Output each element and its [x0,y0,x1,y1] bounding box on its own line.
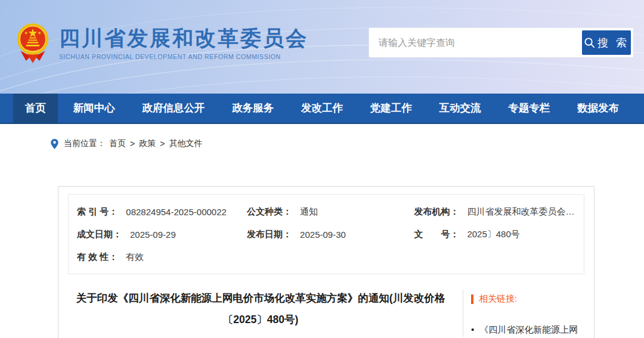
nav-item-interaction[interactable]: 互动交流 [428,94,493,123]
meta-publish-date: 发布日期： 2025-09-30 [247,229,414,240]
meta-validity: 有 效 性： 有效 [77,252,253,263]
breadcrumb-home[interactable]: 首页 [109,138,126,149]
meta-label: 发布日期： [247,229,292,240]
main-nav: 首页 新闻中心 政府信息公开 政务服务 发改工作 党建工作 互动交流 专题专栏 … [0,94,644,124]
nav-item-special-topics[interactable]: 专题专栏 [496,94,562,123]
meta-value: 2025-09-29 [130,230,176,240]
nav-item-ndrc-work[interactable]: 发改工作 [289,94,355,123]
meta-value: 有效 [126,252,144,263]
related-links-panel: 相关链接: • 《四川省深化新能源上网 [463,287,594,337]
meta-row: 有 效 性： 有效 [69,246,584,268]
related-link[interactable]: • 《四川省深化新能源上网 [471,323,588,337]
site-subtitle: SICHUAN PROVINCIAL DEVELOPMENT AND REFOR… [59,53,308,60]
meta-written-date: 成文日期： 2025-09-29 [77,229,247,240]
document-card: 索 引 号： 082824954-2025-000022 公文种类： 通知 发布… [58,186,595,338]
search-input[interactable] [369,28,582,57]
meta-value: 通知 [300,206,318,218]
meta-index-number: 索 引 号： 082824954-2025-000022 [77,206,247,218]
document-main: 关于印发《四川省深化新能源上网电价市场化改革实施方案》的通知(川发改价格〔202… [58,287,463,337]
meta-issuing-agency: 发布机构： 四川省发展和改革委员会 四川省... [414,206,575,218]
meta-doc-number: 文 号： 2025〕480号 [414,229,575,240]
site-brand[interactable]: 四川省发展和改革委员会 SICHUAN PROVINCIAL DEVELOPME… [15,21,308,66]
nav-item-news[interactable]: 新闻中心 [61,94,127,123]
meta-value: 2025〕480号 [467,229,519,240]
nav-item-services[interactable]: 政务服务 [220,94,286,123]
site-header: 四川省发展和改革委员会 SICHUAN PROVINCIAL DEVELOPME… [0,0,644,94]
document-title: 关于印发《四川省深化新能源上网电价市场化改革实施方案》的通知(川发改价格〔202… [74,287,447,330]
brand-text: 四川省发展和改革委员会 SICHUAN PROVINCIAL DEVELOPME… [59,27,308,61]
nav-item-data-release[interactable]: 数据发布 [565,94,631,123]
search-box: 搜 索 [369,28,633,57]
search-button-label: 搜 索 [597,36,629,50]
meta-label: 文 号： [414,229,459,240]
related-links-header: 相关链接: [471,293,588,305]
location-pin-icon [51,139,58,149]
document-meta-table: 索 引 号： 082824954-2025-000022 公文种类： 通知 发布… [68,194,584,274]
related-links-title: 相关链接: [479,293,517,305]
meta-label: 发布机构： [414,206,459,218]
meta-row: 索 引 号： 082824954-2025-000022 公文种类： 通知 发布… [69,200,584,223]
meta-label: 成文日期： [77,229,122,240]
meta-value: 082824954-2025-000022 [126,207,227,217]
meta-label: 有 效 性： [77,252,117,263]
breadcrumb-policy[interactable]: 政策 [139,138,156,149]
meta-label: 索 引 号： [77,206,117,218]
related-links-list: • 《四川省深化新能源上网 [471,323,588,337]
meta-label: 公文种类： [247,206,292,218]
breadcrumb-separator: > [160,139,165,148]
national-emblem-icon [15,21,51,66]
nav-item-gov-info[interactable]: 政府信息公开 [131,94,217,123]
breadcrumb-label: 当前位置： [64,138,106,149]
nav-item-home[interactable]: 首页 [13,94,58,123]
nav-item-party-work[interactable]: 党建工作 [358,94,424,123]
site-title: 四川省发展和改革委员会 [59,27,308,50]
meta-value: 四川省发展和改革委员会 四川省... [467,206,575,218]
bullet-icon: • [471,323,474,337]
breadcrumb: 当前位置： 首页 > 政策 > 其他文件 [51,138,644,149]
meta-row: 成文日期： 2025-09-29 发布日期： 2025-09-30 文 号： 2… [69,223,584,246]
breadcrumb-other-docs[interactable]: 其他文件 [169,138,202,149]
meta-value: 2025-09-30 [300,230,346,240]
search-button[interactable]: 搜 索 [582,30,631,55]
related-link-label: 《四川省深化新能源上网 [479,323,578,337]
breadcrumb-separator: > [130,139,135,148]
search-icon [584,37,595,48]
document-body: 关于印发《四川省深化新能源上网电价市场化改革实施方案》的通知(川发改价格〔202… [58,287,594,337]
page: 四川省发展和改革委员会 SICHUAN PROVINCIAL DEVELOPME… [0,0,644,338]
meta-doc-type: 公文种类： 通知 [247,206,414,218]
orange-bar-icon [471,294,473,304]
